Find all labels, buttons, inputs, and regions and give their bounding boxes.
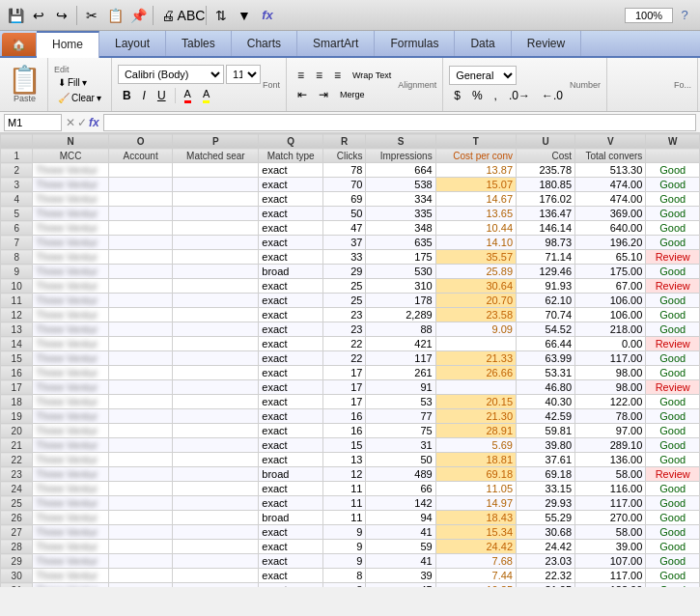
- cost-cell[interactable]: 30.68: [517, 525, 575, 540]
- cpc-cell[interactable]: 24.42: [435, 540, 516, 554]
- clicks-cell[interactable]: 69: [323, 192, 366, 207]
- row-9-num[interactable]: 9: [1, 265, 33, 279]
- cpc-cell[interactable]: 14.67: [435, 192, 516, 207]
- impressions-cell[interactable]: 66: [366, 482, 435, 496]
- cut-toolbar-icon[interactable]: ✂: [81, 5, 102, 26]
- cpc-cell[interactable]: 20.15: [435, 395, 516, 409]
- impressions-cell[interactable]: 2,289: [366, 308, 435, 322]
- match-type-cell[interactable]: exact: [259, 525, 323, 540]
- status-cell[interactable]: Good: [646, 496, 700, 511]
- account-cell[interactable]: [108, 380, 173, 395]
- conv-cell[interactable]: 78.00: [575, 409, 646, 424]
- status-cell[interactable]: Good: [646, 482, 700, 496]
- clicks-cell[interactable]: 22: [323, 351, 366, 366]
- status-cell[interactable]: Good: [646, 192, 700, 207]
- mcc-cell[interactable]: Three Ventur: [33, 236, 108, 250]
- formula-input[interactable]: [103, 114, 696, 131]
- conv-cell[interactable]: 58.00: [575, 525, 646, 540]
- conv-cell[interactable]: 218.00: [575, 322, 646, 337]
- row-25-num[interactable]: 25: [1, 496, 33, 511]
- match-type-cell[interactable]: exact: [259, 540, 323, 554]
- cost-cell[interactable]: 66.44: [517, 337, 575, 351]
- cost-cell[interactable]: 146.14: [517, 221, 575, 236]
- cost-cell[interactable]: 62.10: [517, 294, 575, 308]
- cost-cell[interactable]: 31.05: [517, 583, 575, 588]
- row-21-num[interactable]: 21: [1, 438, 33, 453]
- mcc-cell[interactable]: Three Ventur: [33, 178, 108, 192]
- italic-button[interactable]: I: [138, 87, 151, 104]
- match-type-cell[interactable]: exact: [259, 207, 323, 221]
- clicks-cell[interactable]: 37: [323, 236, 366, 250]
- match-type-cell[interactable]: exact: [259, 337, 323, 351]
- cost-cell[interactable]: 59.81: [517, 424, 575, 438]
- clicks-cell[interactable]: 78: [323, 163, 366, 178]
- match-type-cell[interactable]: exact: [259, 192, 323, 207]
- match-type-cell[interactable]: exact: [259, 163, 323, 178]
- col-u-header[interactable]: U: [517, 134, 575, 149]
- clicks-cell[interactable]: 17: [323, 395, 366, 409]
- match-type-cell[interactable]: exact: [259, 569, 323, 583]
- account-cell[interactable]: [108, 540, 173, 554]
- impressions-cell[interactable]: 50: [366, 453, 435, 467]
- match-type-cell[interactable]: exact: [259, 236, 323, 250]
- clicks-cell[interactable]: 9: [323, 525, 366, 540]
- status-cell[interactable]: Good: [646, 366, 700, 380]
- clicks-cell[interactable]: 13: [323, 453, 366, 467]
- account-cell[interactable]: [108, 511, 173, 525]
- matched-cell[interactable]: [173, 265, 259, 279]
- conv-cell[interactable]: 117.00: [575, 569, 646, 583]
- status-cell[interactable]: Good: [646, 409, 700, 424]
- cpc-cell[interactable]: 23.58: [435, 308, 516, 322]
- matched-cell[interactable]: [173, 438, 259, 453]
- match-type-cell[interactable]: exact: [259, 409, 323, 424]
- clicks-cell[interactable]: 25: [323, 294, 366, 308]
- status-cell[interactable]: Good: [646, 395, 700, 409]
- matched-cell[interactable]: [173, 163, 259, 178]
- cpc-cell[interactable]: [435, 380, 516, 395]
- clicks-cell[interactable]: 16: [323, 424, 366, 438]
- match-type-cell[interactable]: exact: [259, 496, 323, 511]
- row-23-num[interactable]: 23: [1, 467, 33, 482]
- cpc-cell[interactable]: [435, 337, 516, 351]
- row-19-num[interactable]: 19: [1, 409, 33, 424]
- tab-home-icon[interactable]: 🏠: [2, 33, 37, 56]
- save-icon[interactable]: 💾: [5, 5, 26, 26]
- matched-cell[interactable]: [173, 207, 259, 221]
- col-s-header[interactable]: S: [366, 134, 435, 149]
- clear-button[interactable]: 🧹 Clear ▾: [54, 91, 105, 105]
- cpc-cell[interactable]: 20.70: [435, 294, 516, 308]
- cost-cell[interactable]: 70.74: [517, 308, 575, 322]
- conv-cell[interactable]: 175.00: [575, 265, 646, 279]
- clicks-cell[interactable]: 47: [323, 221, 366, 236]
- col-o-header[interactable]: O: [108, 134, 173, 149]
- clicks-cell[interactable]: 22: [323, 337, 366, 351]
- clicks-cell[interactable]: 11: [323, 511, 366, 525]
- impressions-cell[interactable]: 261: [366, 366, 435, 380]
- underline-button[interactable]: U: [153, 87, 171, 104]
- account-cell[interactable]: [108, 250, 173, 265]
- mcc-cell[interactable]: Three Ventur: [33, 583, 108, 588]
- impressions-cell[interactable]: 53: [366, 395, 435, 409]
- conv-cell[interactable]: 196.20: [575, 236, 646, 250]
- conv-cell[interactable]: 97.00: [575, 424, 646, 438]
- row-3-num[interactable]: 3: [1, 178, 33, 192]
- mcc-cell[interactable]: Three Ventur: [33, 322, 108, 337]
- account-cell[interactable]: [108, 294, 173, 308]
- mcc-cell[interactable]: Three Ventur: [33, 380, 108, 395]
- clicks-cell[interactable]: 25: [323, 279, 366, 294]
- clicks-cell[interactable]: 23: [323, 322, 366, 337]
- conv-cell[interactable]: 122.00: [575, 395, 646, 409]
- status-cell[interactable]: Good: [646, 322, 700, 337]
- conv-cell[interactable]: 98.00: [575, 380, 646, 395]
- filter-icon[interactable]: ▼: [234, 5, 255, 26]
- account-cell[interactable]: [108, 308, 173, 322]
- account-cell[interactable]: [108, 554, 173, 569]
- status-cell[interactable]: Review: [646, 250, 700, 265]
- match-type-cell[interactable]: exact: [259, 424, 323, 438]
- mcc-cell[interactable]: Three Ventur: [33, 163, 108, 178]
- number-format-select[interactable]: General: [449, 66, 517, 85]
- matched-cell[interactable]: [173, 308, 259, 322]
- matched-cell[interactable]: [173, 236, 259, 250]
- conv-cell[interactable]: 270.00: [575, 511, 646, 525]
- mcc-cell[interactable]: Three Ventur: [33, 525, 108, 540]
